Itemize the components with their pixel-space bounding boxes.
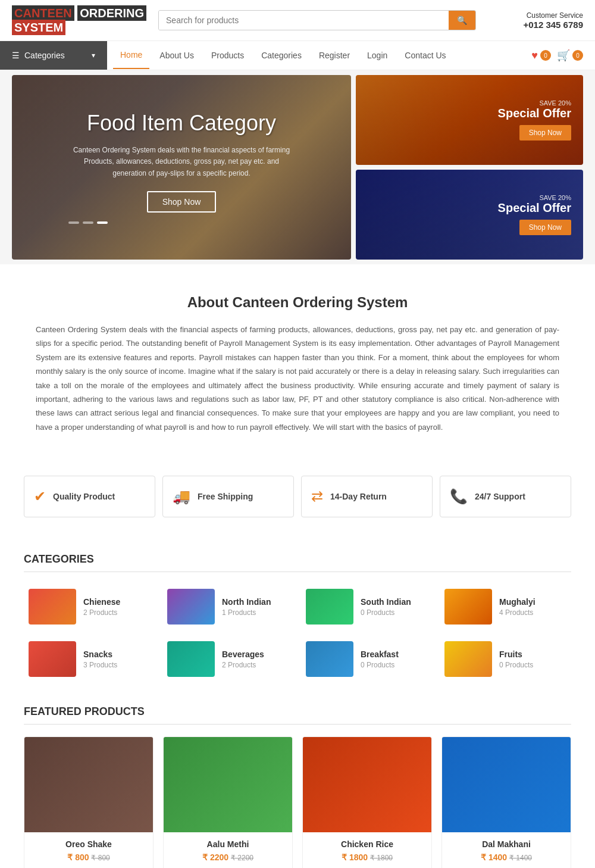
wishlist-btn[interactable]: ♥ 0 — [531, 49, 551, 62]
return-icon: ⇄ — [311, 488, 323, 505]
navbar: ☰ Categories ▾ Home About Us Products Ca… — [0, 40, 595, 70]
chicken-rice-current-price: ₹ 1800 — [342, 853, 368, 862]
nav-about[interactable]: About Us — [152, 42, 201, 68]
logo-canteen: CANTEEN — [12, 5, 74, 21]
customer-service: Customer Service +012 345 6789 — [488, 11, 583, 30]
categories-section: CATEGORIES Chienese 2 Products North Ind… — [0, 541, 595, 694]
product-dal-makhani-name: Dal Makhani — [449, 839, 563, 849]
nav-home[interactable]: Home — [113, 42, 149, 69]
cat-south-indian-name: South Indian — [361, 597, 411, 607]
chevron-down-icon: ▾ — [92, 51, 95, 60]
feature-return-label: 14-Day Return — [330, 492, 387, 501]
cat-breakfast-name: Breakfast — [361, 650, 399, 659]
product-dal-makhani-img — [442, 737, 571, 832]
cat-north-indian-name: North Indian — [222, 597, 271, 607]
aalu-methi-current-price: ₹ 2200 — [202, 853, 228, 862]
cat-snacks[interactable]: Snacks 3 Products — [24, 636, 155, 682]
product-chicken-rice: Chicken Rice ₹ 1800 ₹ 1800 View Details — [302, 736, 432, 868]
cat-mughalyi-info: Mughalyi 4 Products — [499, 597, 536, 617]
cat-chienese-name: Chienese — [83, 597, 120, 607]
feature-quality: ✔ Quality Product — [24, 476, 155, 517]
hero-side-banner-1: SAVE 20% Special Offer Shop Now — [356, 75, 583, 165]
features-section: ✔ Quality Product 🚚 Free Shipping ⇄ 14-D… — [0, 464, 595, 541]
cat-chienese[interactable]: Chienese 2 Products — [24, 584, 155, 629]
nav-links: Home About Us Products Categories Regist… — [107, 42, 531, 69]
feature-support-label: 24/7 Support — [475, 492, 525, 501]
logo-ordering: ORDERING — [77, 5, 146, 21]
product-aalu-methi: Aalu Methi ₹ 2200 ₹ 2200 View Details — [163, 736, 293, 868]
hero-shop-now-btn[interactable]: Shop Now — [147, 191, 217, 213]
cart-btn[interactable]: 🛒 0 — [557, 49, 583, 62]
cat-fruits-info: Fruits 0 Products — [499, 650, 533, 669]
cat-north-indian-info: North Indian 1 Products — [222, 597, 271, 617]
cat-breakfast-img — [306, 641, 353, 677]
cat-mughalyi[interactable]: Mughalyi 4 Products — [440, 584, 571, 629]
nav-register[interactable]: Register — [312, 42, 357, 68]
cat-north-indian[interactable]: North Indian 1 Products — [162, 584, 294, 629]
nav-categories[interactable]: Categories — [254, 42, 309, 68]
customer-service-label: Customer Service — [488, 11, 583, 20]
product-aalu-methi-price: ₹ 2200 ₹ 2200 — [171, 853, 285, 862]
nav-icons: ♥ 0 🛒 0 — [531, 49, 595, 62]
product-oreo-shake: Oreo Shake ₹ 800 ₹ 800 View Details — [24, 736, 154, 868]
product-oreo-shake-info: Oreo Shake ₹ 800 ₹ 800 View Details — [24, 832, 153, 868]
support-icon: 📞 — [450, 488, 468, 505]
top-header: CANTEEN ORDERING SYSTEM 🔍 Customer Servi… — [0, 0, 595, 40]
feature-return: ⇄ 14-Day Return — [301, 476, 433, 517]
heart-icon: ♥ — [531, 49, 538, 62]
product-dal-makhani-price: ₹ 1400 ₹ 1400 — [449, 853, 563, 862]
search-bar: 🔍 — [158, 10, 476, 30]
categories-label: Categories — [24, 51, 65, 60]
dal-makhani-original-price: ₹ 1400 — [509, 854, 532, 862]
product-aalu-methi-info: Aalu Methi ₹ 2200 ₹ 2200 View Details — [164, 832, 292, 868]
categories-dropdown-btn[interactable]: ☰ Categories ▾ — [0, 41, 107, 70]
nav-login[interactable]: Login — [360, 42, 394, 68]
product-dal-makhani-info: Dal Makhani ₹ 1400 ₹ 1400 View Details — [442, 832, 571, 868]
hero-dot-1[interactable] — [68, 221, 79, 224]
cat-beverages-img — [167, 641, 215, 677]
product-dal-makhani: Dal Makhani ₹ 1400 ₹ 1400 View Details — [441, 736, 571, 868]
cat-north-indian-img — [167, 589, 215, 625]
cat-snacks-count: 3 Products — [83, 661, 117, 669]
cart-badge: 0 — [572, 50, 583, 61]
nav-products[interactable]: Products — [204, 42, 251, 68]
search-button[interactable]: 🔍 — [449, 11, 475, 30]
cat-south-indian-img — [306, 589, 353, 625]
hamburger-icon: ☰ — [12, 51, 20, 60]
cat-chienese-count: 2 Products — [83, 608, 120, 617]
categories-grid: Chienese 2 Products North Indian 1 Produ… — [24, 584, 571, 682]
hero-main-content: Food Item Category Canteen Ordering Syst… — [57, 99, 306, 236]
cat-fruits-count: 0 Products — [499, 661, 533, 669]
cat-beverages-name: Beverages — [222, 650, 264, 659]
cat-fruits-name: Fruits — [499, 650, 533, 659]
hero-side1-btn[interactable]: Shop Now — [519, 125, 571, 140]
cat-breakfast-count: 0 Products — [361, 661, 399, 669]
hero-side2-btn[interactable]: Shop Now — [519, 220, 571, 235]
about-section: About Canteen Ordering System Canteen Or… — [0, 264, 595, 464]
cat-fruits[interactable]: Fruits 0 Products — [440, 636, 571, 682]
hero-main-banner: Food Item Category Canteen Ordering Syst… — [12, 75, 351, 260]
cat-beverages[interactable]: Beverages 2 Products — [162, 636, 294, 682]
cat-snacks-info: Snacks 3 Products — [83, 650, 117, 669]
about-text: Canteen Ordering System deals with the f… — [36, 323, 559, 434]
feature-shipping: 🚚 Free Shipping — [162, 476, 294, 517]
nav-contact[interactable]: Contact Us — [397, 42, 453, 68]
product-oreo-shake-name: Oreo Shake — [32, 839, 146, 849]
product-chicken-rice-price: ₹ 1800 ₹ 1800 — [310, 853, 424, 862]
hero-dot-2[interactable] — [83, 221, 93, 224]
categories-title: CATEGORIES — [24, 553, 571, 572]
product-oreo-shake-price: ₹ 800 ₹ 800 — [32, 853, 146, 862]
hero-description: Canteen Ordering System deals with the f… — [68, 145, 295, 179]
feature-quality-label: Quality Product — [53, 492, 115, 501]
cat-fruits-img — [444, 641, 492, 677]
hero-dot-3[interactable] — [97, 221, 108, 224]
cat-snacks-img — [29, 641, 76, 677]
featured-products-section: FEATURED PRODUCTS Oreo Shake ₹ 800 ₹ 800… — [0, 694, 595, 868]
cat-south-indian[interactable]: South Indian 0 Products — [301, 584, 433, 629]
cart-icon: 🛒 — [557, 49, 570, 62]
search-input[interactable] — [159, 11, 449, 30]
oreo-shake-original-price: ₹ 800 — [91, 854, 109, 862]
cat-snacks-name: Snacks — [83, 650, 117, 659]
logo-system: SYSTEM — [12, 20, 65, 35]
cat-breakfast[interactable]: Breakfast 0 Products — [301, 636, 433, 682]
